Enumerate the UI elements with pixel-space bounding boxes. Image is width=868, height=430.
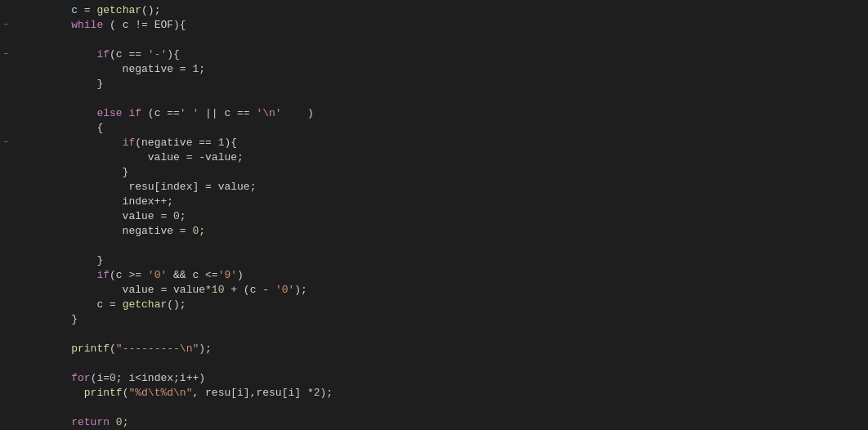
code-line: return 0; (46, 415, 868, 430)
code-line (46, 239, 868, 253)
fold-spacer (0, 62, 11, 77)
code-line: index++; (46, 195, 868, 209)
code-line: value = -value; (46, 150, 868, 165)
code-line (46, 92, 868, 106)
line-number (13, 342, 31, 356)
fold-spacer (0, 253, 11, 268)
fold-spacer (0, 3, 11, 18)
fold-spacer (0, 165, 11, 180)
fold-spacer (0, 312, 11, 327)
code-line: while ( c != EOF){ (46, 18, 868, 33)
code-editor: −−− c = getchar(); while ( c != EOF){ if… (0, 0, 868, 430)
code-line: if(c >= '0' && c <='9') (46, 268, 868, 283)
line-number (13, 165, 31, 180)
fold-spacer (0, 180, 11, 195)
code-line (46, 33, 868, 47)
code-line: if(negative == 1){ (46, 136, 868, 150)
code-line (46, 401, 868, 415)
code-line: printf("%d\t%d\n", resu[i],resu[i] *2); (46, 386, 868, 401)
code-line: if(c == '-'){ (46, 47, 868, 62)
fold-button[interactable]: − (0, 47, 11, 62)
fold-spacer (0, 150, 11, 165)
line-number (13, 18, 31, 33)
fold-spacer (0, 415, 11, 430)
line-number (13, 106, 31, 121)
code-line: } (46, 253, 868, 268)
code-line: } (46, 165, 868, 180)
line-gutter: −−− (0, 0, 36, 430)
code-line (46, 327, 868, 342)
line-number (13, 121, 31, 136)
line-number (13, 180, 31, 195)
code-line: { (46, 121, 868, 136)
fold-spacer (0, 106, 11, 121)
line-number (13, 3, 31, 18)
line-number (13, 298, 31, 312)
line-number (13, 386, 31, 401)
code-line: c = getchar(); (46, 3, 868, 18)
line-number (13, 401, 31, 415)
code-line: else if (c ==' ' || c == '\n' ) (46, 106, 868, 121)
line-number (13, 150, 31, 165)
line-number (13, 92, 31, 106)
code-line: value = value*10 + (c - '0'); (46, 283, 868, 298)
line-number (13, 239, 31, 253)
fold-spacer (0, 371, 11, 386)
fold-button[interactable]: − (0, 18, 11, 33)
fold-spacer (0, 92, 11, 106)
code-line: printf("---------\n"); (46, 342, 868, 356)
code-line: negative = 1; (46, 62, 868, 77)
fold-spacer (0, 327, 11, 342)
fold-spacer (0, 121, 11, 136)
line-number (13, 209, 31, 224)
code-line: for(i=0; i<index;i++) (46, 371, 868, 386)
fold-spacer (0, 298, 11, 312)
fold-spacer (0, 283, 11, 298)
line-number (13, 253, 31, 268)
fold-spacer (0, 195, 11, 209)
fold-spacer (0, 356, 11, 371)
code-line: } (46, 312, 868, 327)
code-line: resu[index] = value; (46, 180, 868, 195)
fold-spacer (0, 342, 11, 356)
line-number (13, 415, 31, 430)
line-number (13, 224, 31, 239)
code-line: } (46, 77, 868, 92)
line-number (13, 312, 31, 327)
fold-spacer (0, 401, 11, 415)
code-line: value = 0; (46, 209, 868, 224)
line-number (13, 327, 31, 342)
code-lines[interactable]: c = getchar(); while ( c != EOF){ if(c =… (36, 0, 868, 430)
code-line: c = getchar(); (46, 298, 868, 312)
line-number (13, 268, 31, 283)
line-number (13, 62, 31, 77)
fold-button[interactable]: − (0, 136, 11, 150)
line-number (13, 77, 31, 92)
code-line: negative = 0; (46, 224, 868, 239)
line-number (13, 371, 31, 386)
fold-spacer (0, 239, 11, 253)
line-number (13, 195, 31, 209)
fold-spacer (0, 209, 11, 224)
fold-spacer (0, 386, 11, 401)
fold-spacer (0, 77, 11, 92)
line-number (13, 136, 31, 150)
code-line (46, 356, 868, 371)
line-number (13, 47, 31, 62)
line-number (13, 283, 31, 298)
fold-spacer (0, 224, 11, 239)
line-number (13, 356, 31, 371)
fold-spacer (0, 33, 11, 47)
fold-spacer (0, 268, 11, 283)
line-number (13, 33, 31, 47)
